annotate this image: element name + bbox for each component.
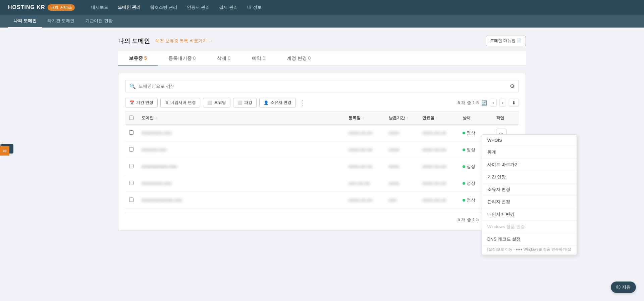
context-menu-item-extend[interactable]: 기간 연장	[482, 171, 577, 183]
th-reg-date: 등록일 ↕	[344, 112, 385, 125]
context-menu-item-dns-record[interactable]: DNS 레코드 설정	[482, 233, 577, 239]
row-regdate-cell: ●●●-●●-●●	[344, 175, 385, 192]
owner-change-button[interactable]: 👤 소유자 변경	[259, 98, 296, 108]
nav-payment[interactable]: 결제 관리	[219, 4, 238, 10]
row-checkbox-2[interactable]	[129, 164, 133, 168]
domain-sort-icon[interactable]: ↕	[155, 116, 157, 120]
tab-deleted[interactable]: 삭제 0	[206, 51, 241, 66]
search-bar: 🔍 ⚙	[125, 80, 519, 92]
row-checkbox-4[interactable]	[129, 198, 133, 202]
domain-value: ●●●●●●●●●●●●.●●●	[142, 198, 182, 203]
regdate-sort-icon[interactable]: ↕	[362, 116, 364, 120]
row-remaining-cell: ●●●●	[385, 125, 418, 141]
expiry-sort-icon[interactable]: ↕	[436, 116, 438, 120]
row-regdate-cell: ●●●●-●●-●●	[344, 125, 385, 141]
tab-pending[interactable]: 등록대기중 0	[158, 51, 207, 66]
row-expiry-cell: ●●●●-●●-●●	[418, 158, 459, 175]
parking-icon: ⬜	[237, 100, 243, 105]
parking-button[interactable]: ⬜ 파킹	[233, 98, 257, 108]
tab-active-count: 5	[144, 55, 147, 61]
refresh-button[interactable]: 🔄	[481, 100, 487, 105]
regdate-value: ●●●-●●-●●	[348, 181, 370, 186]
row-check-cell	[125, 158, 138, 175]
protect-button[interactable]: ⬜ 포워딩	[203, 98, 230, 108]
status-text: 정상	[467, 198, 475, 203]
remaining-sort-icon[interactable]: ↕	[407, 116, 408, 120]
context-menu-item-nameserver-change[interactable]: 네임서버 변경	[482, 208, 577, 221]
nav-domain[interactable]: 도메인 관리	[118, 4, 141, 10]
bottom-bar: 5 개 중 1-5 🔄 ‹ › ⬇	[125, 213, 519, 224]
table-header-row: 도메인 ↕ 등록일 ↕ 남은기간 ↕ 만료일 ↕ 상태	[125, 112, 519, 125]
search-icon: 🔍	[129, 83, 136, 89]
remaining-value: ●●●●	[389, 130, 399, 135]
status-dot	[463, 148, 465, 151]
status-dot	[463, 199, 465, 202]
tab-reserved[interactable]: 예약 0	[241, 51, 276, 66]
th-check	[125, 112, 138, 125]
row-checkbox-3[interactable]	[129, 181, 133, 185]
nav-dashboard[interactable]: 대시보드	[91, 4, 108, 10]
download-button[interactable]: ⬇	[509, 99, 519, 107]
row-expiry-cell: ●●●●-●●-●●	[418, 141, 459, 158]
expiry-value: ●●●●-●●-●●	[422, 181, 446, 186]
row-domain-cell: ●●●●●●.●●●	[138, 141, 344, 158]
calendar-icon: 📅	[129, 100, 135, 105]
brand-logo: HOSTING KR 나의 서비스	[8, 4, 75, 11]
select-all-checkbox[interactable]	[129, 116, 133, 120]
search-input[interactable]	[139, 84, 507, 89]
subnav-other-domain[interactable]: 타기관 도메인	[42, 15, 80, 28]
row-check-cell	[125, 192, 138, 209]
table-row: ●●●●●●●●●●●●.●●● ●●●●-●●-●● ●●● ●●●●-●●-…	[125, 192, 519, 209]
nameserver-button[interactable]: 🖥 네임서버 변경	[160, 98, 200, 108]
domain-tabs: 보유중 5 등록대기중 0 삭제 0 예약 0 계정 변경 0	[118, 51, 526, 66]
tab-active[interactable]: 보유중 5	[118, 51, 158, 66]
server-icon: 🖥	[165, 100, 169, 105]
th-action: 작업	[492, 112, 519, 125]
feedback-mail-button[interactable]: ✉	[0, 146, 9, 156]
extend-button[interactable]: 📅 기간 연장	[125, 98, 158, 108]
context-menu-item-admin-change[interactable]: 관리자 변경	[482, 196, 577, 208]
page-header: 나의 도메인 예전 보유중 목록 바로가기 → 도메인 매뉴얼 📄	[118, 36, 526, 46]
tab-pending-label: 등록대기중	[168, 55, 193, 61]
regdate-value: ●●●●-●●-●●	[348, 147, 372, 152]
next-page-button[interactable]: ›	[499, 99, 506, 106]
nav-webhosting[interactable]: 웹호스팅 관리	[150, 4, 177, 10]
prev-list-link[interactable]: 예전 보유중 목록 바로가기 →	[155, 38, 212, 44]
tab-account-change[interactable]: 계정 변경 0	[276, 51, 322, 66]
context-menu-item-stats[interactable]: 통계	[482, 146, 577, 159]
table-body: ●●●●●●●●.●●● ●●●●-●●-●● ●●●● ●●●●-●●-●● …	[125, 125, 519, 209]
domain-value: ●●●●●●.●●●	[142, 147, 166, 152]
row-checkbox-0[interactable]	[129, 130, 133, 135]
toolbar: 📅 기간 연장 🖥 네임서버 변경 ⬜ 포워딩 ⬜ 파킹 👤 소유자 변경 ⋮ …	[125, 98, 519, 108]
domain-manual-button[interactable]: 도메인 매뉴얼 📄	[486, 36, 526, 46]
my-service-badge[interactable]: 나의 서비스	[48, 4, 74, 11]
subnav-transfer[interactable]: 기관이전 현황	[80, 15, 118, 28]
page-header-left: 나의 도메인 예전 보유중 목록 바로가기 →	[118, 37, 212, 45]
nav-cert[interactable]: 인증서 관리	[187, 4, 210, 10]
tab-deleted-label: 삭제	[217, 55, 228, 61]
status-text: 정상	[467, 147, 475, 152]
nav-myinfo[interactable]: 내 정보	[247, 4, 262, 10]
main-content: 나의 도메인 예전 보유중 목록 바로가기 → 도메인 매뉴얼 📄 보유중 5 …	[107, 28, 537, 239]
more-actions-button[interactable]: ⋮	[299, 99, 307, 106]
remaining-value: ●●●●	[389, 181, 399, 186]
context-menu-item-whois[interactable]: WHOIS	[482, 135, 577, 146]
count-label: 5 개 중 1-5	[458, 100, 479, 106]
row-checkbox-1[interactable]	[129, 147, 133, 152]
prev-page-button[interactable]: ‹	[490, 99, 496, 106]
expiry-value: ●●●●-●●-●●	[422, 147, 446, 152]
subnav-my-domain[interactable]: 나의 도메인	[8, 15, 42, 28]
context-menu-item-site-link[interactable]: 사이트 바로가기	[482, 159, 577, 171]
expiry-value: ●●●●-●●-●●	[422, 198, 446, 203]
logo-text: HOSTING KR	[8, 4, 45, 10]
row-regdate-cell: ●●●●-●●-●●	[344, 141, 385, 158]
tab-account-change-label: 계정 변경	[287, 55, 308, 61]
tab-pending-count: 0	[193, 55, 196, 61]
row-remaining-cell: ●●●●	[385, 141, 418, 158]
th-domain: 도메인 ↕	[138, 112, 344, 125]
parking-label: 파킹	[244, 100, 252, 105]
filter-icon[interactable]: ⚙	[510, 83, 515, 89]
row-domain-cell: ●●●●●●●●.●●●	[138, 175, 344, 192]
row-domain-cell: ●●●●●●●●●●●●.●●●	[138, 192, 344, 209]
context-menu-item-owner-change[interactable]: 소유자 변경	[482, 183, 577, 196]
